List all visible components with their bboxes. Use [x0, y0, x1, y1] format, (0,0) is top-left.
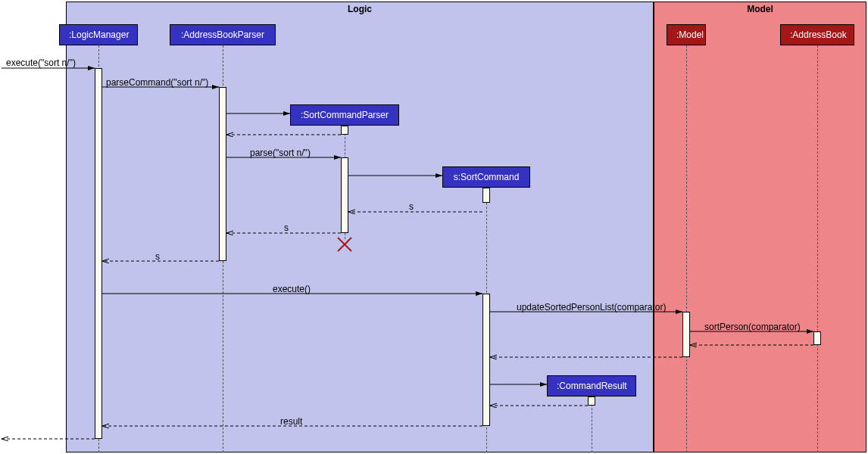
participant-address-book-parser: :AddressBookParser	[170, 24, 276, 45]
activation-sort-command-parser-2	[341, 157, 348, 233]
activation-address-book	[813, 331, 821, 345]
participant-label: :CommandResult	[557, 381, 627, 391]
msg-result: result	[280, 416, 302, 427]
activation-sort-command-parser-1	[341, 126, 348, 135]
lifeline-model	[686, 45, 687, 452]
participant-label: :LogicManager	[69, 30, 129, 40]
msg-update-sorted: updateSortedPersonList(comparator)	[517, 302, 666, 313]
participant-label: :AddressBookParser	[181, 30, 264, 40]
participant-sort-command: s:SortCommand	[442, 166, 530, 188]
activation-sort-command-1	[482, 188, 490, 203]
activation-address-book-parser	[219, 87, 226, 261]
msg-execute-sort: execute("sort n/")	[6, 58, 76, 68]
participant-sort-command-parser: :SortCommandParser	[290, 104, 399, 126]
participant-address-book: :AddressBook	[780, 24, 854, 45]
participant-label: :AddressBook	[790, 30, 847, 40]
msg-sort-person: sortPerson(comparator)	[704, 322, 801, 332]
msg-parse-command: parseCommand("sort n/")	[106, 77, 208, 88]
activation-logic-manager	[95, 68, 102, 439]
frame-model-label: Model	[742, 2, 778, 16]
participant-model: :Model	[667, 24, 706, 45]
participant-logic-manager: :LogicManager	[59, 24, 138, 45]
participant-label: :Model	[676, 30, 704, 40]
msg-return-s3: s	[155, 251, 160, 262]
participant-label: :SortCommandParser	[301, 110, 389, 120]
activation-command-result	[588, 396, 595, 406]
msg-return-s2: s	[284, 222, 289, 233]
participant-label: s:SortCommand	[454, 172, 520, 182]
participant-command-result: :CommandResult	[547, 375, 636, 396]
frame-logic-label: Logic	[343, 2, 376, 16]
activation-model	[682, 312, 690, 357]
msg-parse-sort: parse("sort n/")	[250, 148, 311, 158]
msg-execute: execute()	[273, 284, 311, 294]
lifeline-address-book	[817, 45, 818, 452]
activation-sort-command-2	[482, 294, 490, 426]
msg-return-s1: s	[409, 201, 414, 212]
